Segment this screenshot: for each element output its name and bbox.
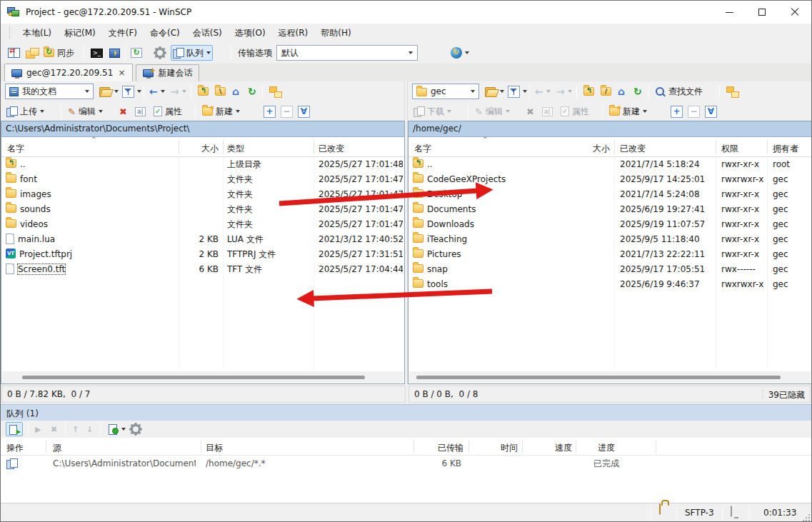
local-filter-button[interactable] [121, 84, 143, 99]
local-rename-button[interactable]: a| [134, 104, 147, 119]
refresh-session-button[interactable]: ↻ [129, 45, 144, 61]
local-back-button[interactable]: ← [148, 84, 166, 99]
remote-select-button[interactable]: + [669, 104, 684, 119]
local-directory-dropdown[interactable]: 我的文档 [5, 84, 94, 99]
local-edit-button[interactable]: ✎编辑 [66, 104, 104, 119]
file-row[interactable]: Downloads 2025/9/19 11:07:57 rwxr-xr-x g… [408, 217, 811, 232]
resize-grip[interactable] [801, 513, 811, 522]
local-delete-button[interactable]: ✖ [118, 104, 129, 119]
remote-unselect-button[interactable]: − [686, 104, 701, 119]
queue-resume-button[interactable]: ▶ [34, 422, 42, 436]
upload-button[interactable]: 上传 [5, 104, 46, 119]
local-unselect-button[interactable]: − [279, 104, 294, 119]
remote-parent-dir-button[interactable] [582, 84, 596, 99]
queue-col-speed[interactable]: 速度 [526, 442, 572, 454]
queue-col-source[interactable]: 源 [53, 442, 61, 454]
transfer-settings-dropdown[interactable]: 默认 [276, 45, 418, 61]
putty-button[interactable] [108, 45, 121, 61]
menu-command[interactable]: 命令(C) [144, 24, 186, 42]
remote-forward-button[interactable]: → [555, 84, 573, 99]
menu-mark[interactable]: 标记(M) [58, 24, 102, 42]
remote-invert-selection-button[interactable]: ∀ [703, 104, 718, 119]
local-file-list[interactable]: .. 上级目录 2025/5/27 17:01:48 font 文件夹 2025… [1, 157, 404, 369]
swap-panels-button[interactable] [6, 45, 21, 61]
queue-col-time[interactable]: 时间 [472, 442, 518, 454]
local-new-button[interactable]: 新建 [201, 104, 241, 119]
queue-move-down-button[interactable]: ↓ [85, 422, 94, 436]
queue-preferences-button[interactable] [129, 422, 142, 436]
menu-options[interactable]: 选项(O) [229, 24, 272, 42]
queue-col-progress[interactable]: 进度 [598, 442, 615, 454]
console-button[interactable]: >_ [89, 45, 104, 61]
remote-delete-button[interactable]: ✖ [525, 104, 536, 119]
remote-edit-button[interactable]: ✎编辑 [473, 104, 511, 119]
remote-col-perm[interactable]: 权限 [721, 143, 738, 155]
remote-path-bar[interactable]: /home/gec/ [408, 121, 811, 137]
remote-col-size[interactable]: 大小 [571, 143, 610, 155]
maximize-button[interactable] [746, 1, 778, 24]
file-row[interactable]: Pictures 2021/7/13 22:22:11 rwxr-xr-x ge… [408, 247, 811, 262]
local-col-changed[interactable]: 已改变 [319, 143, 344, 155]
remote-home-button[interactable]: ⌂ [616, 84, 626, 99]
remote-file-list[interactable]: .. 2021/7/14 5:18:24 rwxr-xr-x root Code… [408, 157, 811, 369]
queue-row[interactable]: C:\Users\Administrator\Documents\Pr... /… [1, 456, 811, 472]
file-row[interactable]: .. 上级目录 2025/5/27 17:01:48 [1, 157, 404, 172]
remote-tree-toggle[interactable] [725, 84, 739, 99]
menu-remote[interactable]: 远程(R) [272, 24, 315, 42]
local-invert-selection-button[interactable]: ∀ [296, 104, 311, 119]
session-tab[interactable]: gec@172.20.209.51 × [4, 64, 133, 81]
sync-options-button[interactable] [449, 45, 471, 61]
menu-help[interactable]: 帮助(H) [314, 24, 357, 42]
menu-session[interactable]: 会话(S) [186, 24, 229, 42]
minimize-button[interactable] [713, 1, 746, 24]
file-row[interactable]: .. 2021/7/14 5:18:24 rwxr-xr-x root [408, 157, 811, 172]
menu-local[interactable]: 本地(L) [16, 24, 58, 42]
queue-process-button[interactable] [4, 422, 24, 436]
local-properties-button[interactable]: 属性 [152, 104, 184, 119]
remote-col-name[interactable]: 名字 [414, 143, 431, 155]
remote-root-dir-button[interactable] [599, 84, 613, 99]
menu-file[interactable]: 文件(F) [102, 24, 144, 42]
local-path-bar[interactable]: C:\Users\Administrator\Documents\Project… [1, 121, 404, 137]
file-row[interactable]: font 文件夹 2025/5/27 17:01:47 [1, 172, 404, 187]
local-horizontal-scrollbar[interactable] [2, 371, 404, 383]
remote-properties-button[interactable]: 属性 [559, 104, 591, 119]
synchronize-button[interactable]: 同步 [42, 45, 76, 61]
queue-move-up-button[interactable]: ↑ [71, 422, 80, 436]
file-row[interactable]: Screen0.tft 6 KB TFT 文件 2025/5/27 17:04:… [1, 262, 404, 277]
file-row[interactable]: main.lua 2 KB LUA 文件 2021/3/12 17:40:52 [1, 232, 404, 247]
local-col-size[interactable]: 大小 [180, 143, 219, 155]
queue-toggle-button[interactable]: 队列 [171, 45, 213, 61]
local-refresh-button[interactable]: ↻ [246, 84, 258, 99]
remote-back-button[interactable]: ← [533, 84, 552, 99]
sync-browsing-button[interactable] [24, 45, 40, 61]
remote-new-button[interactable]: 新建 [608, 104, 648, 119]
file-row[interactable]: Desktop 2021/7/14 5:24:08 rwxr-xr-x gec [408, 187, 811, 202]
local-select-button[interactable]: + [262, 104, 277, 119]
local-parent-dir-button[interactable] [196, 84, 210, 99]
file-row[interactable]: images 文件夹 2025/5/27 17:01:47 [1, 187, 404, 202]
file-row[interactable]: Documents 2025/6/19 19:27:41 rwxr-xr-x g… [408, 202, 811, 217]
queue-col-operation[interactable]: 操作 [6, 442, 24, 454]
local-open-directory-button[interactable] [98, 84, 120, 99]
new-session-tab[interactable]: 新建会话 [136, 64, 199, 81]
remote-col-owner[interactable]: 拥有者 [773, 143, 798, 155]
local-root-dir-button[interactable] [214, 84, 227, 99]
queue-delete-button[interactable]: ✖ [49, 422, 59, 436]
remote-horizontal-scrollbar[interactable] [409, 371, 811, 383]
close-button[interactable] [778, 1, 811, 24]
scrollbar-thumb[interactable] [22, 376, 365, 379]
file-row[interactable]: VTProject.tftprj 2 KB TFTPRJ 文件 2025/5/2… [1, 247, 404, 262]
file-row[interactable]: CodeGeeXProjects 2025/9/17 14:25:01 rwxr… [408, 172, 811, 187]
preferences-button[interactable] [154, 45, 166, 61]
download-button[interactable]: 下载 [412, 104, 453, 119]
queue-col-transferred[interactable]: 已传输 [401, 442, 463, 454]
local-col-type[interactable]: 类型 [227, 143, 244, 155]
queue-col-target[interactable]: 目标 [206, 442, 223, 454]
local-forward-button[interactable]: → [169, 84, 188, 99]
remote-refresh-button[interactable]: ↻ [632, 84, 643, 99]
scrollbar-thumb[interactable] [416, 376, 781, 379]
local-tree-toggle[interactable] [268, 84, 282, 99]
file-row[interactable]: snap 2025/9/17 17:05:51 rwx------ gec [408, 262, 811, 277]
remote-directory-dropdown[interactable]: gec [412, 84, 479, 99]
